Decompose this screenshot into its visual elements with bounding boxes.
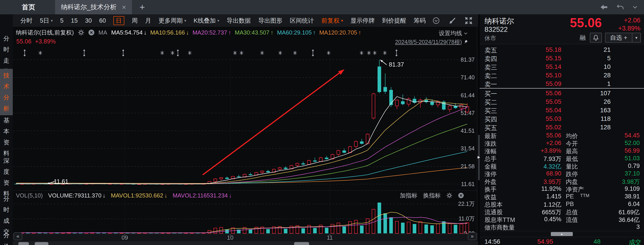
order-book-qty: 28 xyxy=(565,72,610,79)
ma-settings[interactable]: 设置均线 xyxy=(439,29,468,37)
toolbar-item-分时[interactable]: 分时 xyxy=(20,17,32,25)
order-book-row-ask-0[interactable]: 卖五55.1821 xyxy=(480,45,644,54)
stats-row: 收益1.415PETTM38.91 xyxy=(480,192,644,200)
toolbar-item-15[interactable]: 15 xyxy=(71,17,78,24)
sidebar-item-char: 技 xyxy=(3,72,10,80)
toolbar-item-30[interactable]: 30 xyxy=(85,17,92,24)
sidebar-item-char: 资 xyxy=(3,179,10,187)
sidebar-item-char: 本 xyxy=(3,127,10,135)
toolbar-item-5日[interactable]: 5日▾ xyxy=(40,17,53,25)
sidebar-item-char: 度 xyxy=(3,168,10,176)
stat-value: +3.89% xyxy=(480,147,561,154)
triangle-down-icon: ▼ xyxy=(635,36,638,40)
sidebar-item-基本资料[interactable]: 基本资料 xyxy=(0,114,13,160)
stat-value: 1.415 xyxy=(480,193,561,200)
tab-home[interactable]: 首页 xyxy=(12,0,45,14)
close-circle-icon[interactable] xyxy=(458,192,464,198)
toolbar-item-更多周期[interactable]: 更多周期▾ xyxy=(158,17,186,25)
toolbar-item-月[interactable]: 月 xyxy=(145,17,151,25)
close-circle-icon[interactable] xyxy=(88,29,94,36)
new-tab-button[interactable]: + xyxy=(132,0,152,14)
close-icon[interactable]: × xyxy=(122,4,126,11)
add-watchlist-button[interactable]: 自选 + xyxy=(605,33,632,43)
bottom-strip-item xyxy=(18,242,29,245)
alert-bell-button[interactable] xyxy=(590,33,602,43)
watchlist-dropdown-button[interactable]: ▼ xyxy=(632,33,641,43)
bottom-strip-item xyxy=(294,242,309,245)
price-change: +2.06 +3.89% xyxy=(618,16,640,32)
order-book-price: 55.10 xyxy=(480,72,561,79)
ma-legend-item: MA120:20.705↑ xyxy=(319,29,361,36)
ma-legend: MA5:54.754↓MA10:56.166↓MA20:52.737↑MA30:… xyxy=(111,29,361,36)
toolbar-item-导出数据[interactable]: 导出数据 xyxy=(227,17,251,25)
back-arrow-icon[interactable] xyxy=(600,5,608,10)
sidebar-item-分价表[interactable]: 分价表 xyxy=(0,229,13,245)
order-book-row-bid-3[interactable]: 买四55.03118 xyxy=(480,114,644,123)
fullscreen-icon[interactable] xyxy=(465,17,472,25)
undo-icon[interactable] xyxy=(617,4,624,10)
bell-icon xyxy=(593,35,598,41)
ma-direction-arrow: ↑ xyxy=(313,29,316,36)
sidebar-item-char: 资 xyxy=(3,138,10,146)
order-book-row-bid-1[interactable]: 买二55.0526 xyxy=(480,97,644,106)
sidebar-item-技术分析[interactable]: 技术分析 xyxy=(0,69,13,115)
sidebar-item-char: 时 xyxy=(3,46,10,54)
toolbar-item-60[interactable]: 60 xyxy=(99,17,106,24)
switch-indicator-button[interactable]: 换指标 xyxy=(423,192,440,199)
latest-tick-row[interactable]: 14:56 54.95 48 成交 xyxy=(480,237,644,245)
order-book-qty: 107 xyxy=(565,90,610,97)
toolbar-item-区间统计[interactable]: 区间统计 xyxy=(290,17,314,25)
order-book-qty: 21 xyxy=(565,46,610,53)
toolbar-item-前复权[interactable]: 前复权▾ xyxy=(322,17,343,25)
stat-value: +2.06 xyxy=(480,140,561,147)
order-book-row-ask-1[interactable]: 卖四55.155 xyxy=(480,54,644,62)
circle-chevron-icon[interactable] xyxy=(432,17,440,24)
toolbar-item-周[interactable]: 周 xyxy=(132,17,138,25)
tab-bar: 首页 纳科诺尔_技术分析 × + xyxy=(0,0,644,14)
toolbar: 分时5日▾5153060日周月更多周期▾K线叠加▾导出数据导出图形区间统计前复权… xyxy=(13,14,478,27)
stats-row: 外盘3.95万内盘3.98万 xyxy=(480,177,644,185)
sidebar-item-char: 价 xyxy=(3,242,10,245)
toolbar-item-显示停牌[interactable]: 显示停牌 xyxy=(350,17,374,25)
ma-direction-arrow: ↑ xyxy=(358,29,361,36)
order-book-row-bid-2[interactable]: 买三55.04163 xyxy=(480,106,644,114)
toolbar-item-label: 15 xyxy=(71,17,78,24)
order-book-row-bid-0[interactable]: 买一55.06107 xyxy=(480,89,644,97)
toolbar-item-日[interactable]: 日 xyxy=(113,16,124,25)
scroll-right-button[interactable]: » xyxy=(468,232,476,240)
stat-label: 做市商数量 xyxy=(484,223,515,231)
sidebar-item-char: 时 xyxy=(3,206,10,214)
stat-value-2: 52.00 xyxy=(566,140,640,147)
date-range[interactable]: 2024/8/5-2024/11/29(78根) xyxy=(395,38,468,46)
scroll-left-button[interactable]: « xyxy=(14,232,22,240)
vol-legend-item: MAVOL2:116531.234↓ xyxy=(173,192,232,199)
current-price: 55.06 xyxy=(16,38,32,45)
brush-icon[interactable] xyxy=(449,17,456,24)
toolbar-item-label: K线叠加 xyxy=(194,17,216,25)
chevron-down-icon[interactable] xyxy=(633,6,637,9)
sidebar-item-char: 走 xyxy=(3,57,10,65)
ma-legend-label: MA120:20.705 xyxy=(319,29,357,36)
toolbar-item-label: 前复权 xyxy=(322,17,340,25)
order-book-row-bid-4[interactable]: 买五55.02128 xyxy=(480,123,644,131)
toolbar-item-到价提醒[interactable]: 到价提醒 xyxy=(382,17,406,25)
order-book-row-ask-3[interactable]: 卖二55.1028 xyxy=(480,71,644,79)
scroll-right-icon: » xyxy=(470,233,474,239)
vol-direction-arrow: ↓ xyxy=(164,192,167,199)
chart-title: 纳科诺尔(日线,前复权) xyxy=(16,29,74,37)
toolbar-item-导出图形[interactable]: 导出图形 xyxy=(258,17,282,25)
gear-icon[interactable] xyxy=(78,29,84,36)
toolbar-item-K线叠加[interactable]: K线叠加▾ xyxy=(194,17,219,25)
toolbar-item-label: 导出图形 xyxy=(258,17,282,25)
expand-up-button[interactable]: ▲ xyxy=(551,232,573,236)
chart-header-line2: 55.06 +3.89% xyxy=(16,38,56,45)
gear-icon[interactable] xyxy=(446,192,452,198)
candlestick-chart-canvas[interactable] xyxy=(13,27,478,245)
tab-technical-analysis[interactable]: 纳科诺尔_技术分析 × xyxy=(55,0,132,14)
order-book-row-ask-4[interactable]: 卖一55.091 xyxy=(480,79,644,88)
toolbar-item-筹码[interactable]: 筹码 xyxy=(414,17,426,25)
add-indicator-button[interactable]: 加指标 xyxy=(400,192,417,199)
vol-direction-arrow: ↓ xyxy=(102,192,106,199)
order-book-row-ask-2[interactable]: 卖三55.1410 xyxy=(480,62,644,71)
toolbar-item-5[interactable]: 5 xyxy=(60,17,64,24)
